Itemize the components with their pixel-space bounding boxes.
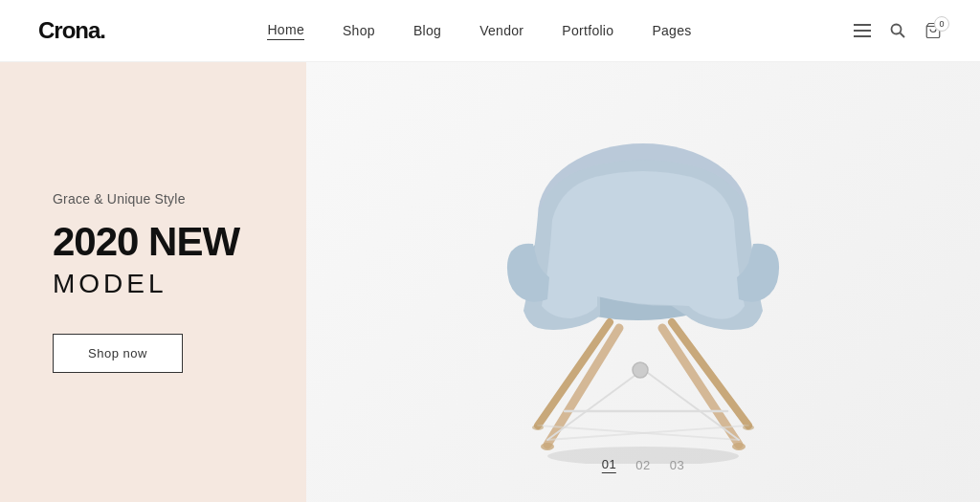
chair-illustration [442, 100, 844, 464]
header: Crona. Home Shop Blog Vendor Portfolio P… [0, 0, 980, 62]
hero-right-panel: 01 02 03 [306, 62, 980, 502]
nav-pages[interactable]: Pages [652, 23, 691, 38]
svg-point-0 [892, 25, 902, 34]
page-3[interactable]: 03 [670, 458, 684, 472]
hero-subtitle: Grace & Unique Style [53, 191, 254, 207]
hero-title-main: 2020 NEW [53, 220, 254, 264]
svg-line-1 [901, 33, 905, 38]
page-1[interactable]: 01 [602, 457, 616, 473]
shop-now-button[interactable]: Shop now [53, 334, 183, 373]
menu-icon[interactable] [854, 24, 871, 37]
hero-left-panel: Grace & Unique Style 2020 NEW MODEL Shop… [0, 62, 306, 502]
svg-point-14 [633, 362, 648, 378]
svg-point-15 [541, 443, 554, 450]
search-icon[interactable] [890, 23, 905, 38]
hero-section: Grace & Unique Style 2020 NEW MODEL Shop… [0, 62, 980, 502]
logo: Crona. [38, 17, 105, 44]
svg-point-16 [732, 443, 746, 450]
main-nav: Home Shop Blog Vendor Portfolio Pages [267, 22, 691, 40]
cart-icon[interactable]: 0 [924, 22, 942, 39]
nav-home[interactable]: Home [267, 22, 304, 40]
nav-shop[interactable]: Shop [343, 23, 375, 38]
header-icons: 0 [854, 22, 942, 39]
page-2[interactable]: 02 [635, 458, 650, 472]
svg-point-17 [532, 425, 544, 430]
nav-portfolio[interactable]: Portfolio [562, 23, 613, 38]
svg-point-18 [743, 425, 754, 430]
pagination: 01 02 03 [602, 457, 684, 473]
nav-vendor[interactable]: Vendor [479, 23, 523, 38]
cart-count: 0 [934, 16, 949, 32]
hero-title-sub: MODEL [53, 269, 254, 299]
nav-blog[interactable]: Blog [413, 23, 441, 38]
